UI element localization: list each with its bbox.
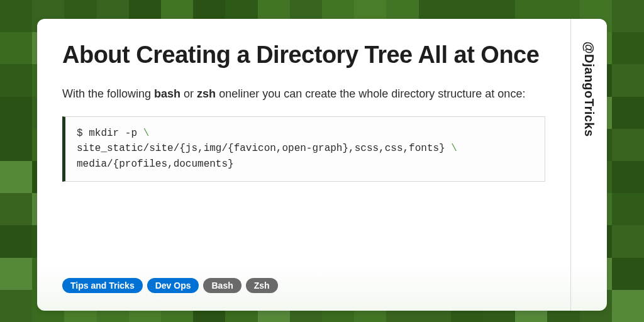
- tag-dev-ops[interactable]: Dev Ops: [147, 278, 199, 293]
- content-card: About Creating a Directory Tree All at O…: [37, 19, 607, 311]
- code-line-1: $ mkdir -p: [77, 128, 143, 139]
- desc-zsh: zsh: [197, 87, 216, 100]
- sidebar: @DjangoTricks: [570, 19, 607, 311]
- content-area: About Creating a Directory Tree All at O…: [37, 19, 570, 311]
- desc-pre: With the following: [62, 87, 154, 100]
- tag-bash[interactable]: Bash: [203, 278, 241, 293]
- backslash-icon: \: [451, 143, 457, 154]
- backslash-icon: \: [143, 128, 150, 139]
- code-line-2: site_static/site/{js,img/{favicon,open-g…: [77, 143, 451, 154]
- desc-mid: or: [180, 87, 197, 100]
- page-title: About Creating a Directory Tree All at O…: [62, 42, 545, 69]
- desc-bash: bash: [154, 87, 180, 100]
- tag-list: Tips and TricksDev OpsBashZsh: [62, 278, 545, 293]
- tag-tips-and-tricks[interactable]: Tips and Tricks: [62, 278, 143, 293]
- desc-post: oneliner you can create the whole direct…: [216, 87, 525, 100]
- code-block: $ mkdir -p \ site_static/site/{js,img/{f…: [62, 116, 545, 182]
- tag-zsh[interactable]: Zsh: [246, 278, 278, 293]
- description-text: With the following bash or zsh oneliner …: [62, 86, 545, 103]
- code-line-3: media/{profiles,documents}: [77, 158, 234, 170]
- twitter-handle: @DjangoTricks: [582, 42, 596, 137]
